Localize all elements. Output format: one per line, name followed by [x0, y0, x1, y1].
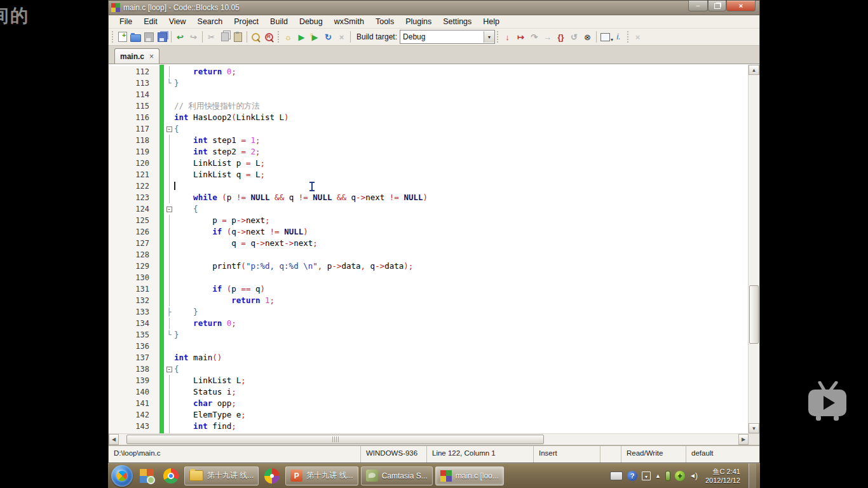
code-line-118[interactable]: 118 int step1 = 1;	[109, 135, 748, 146]
menu-wxsmith[interactable]: wxSmith	[329, 16, 370, 27]
abort-build-icon[interactable]: ×	[336, 31, 348, 43]
redo-icon[interactable]: ↪	[187, 31, 200, 43]
codeblocks-task-button[interactable]: main.c [loo...	[435, 466, 504, 485]
fold-margin[interactable]	[164, 421, 174, 432]
save-all-files-icon[interactable]	[156, 31, 168, 43]
toolbar-grip[interactable]	[627, 31, 630, 43]
code-line-117[interactable]: 117-{	[109, 123, 748, 135]
fold-margin[interactable]	[164, 215, 174, 226]
code-line-137[interactable]: 137int main()	[109, 352, 748, 363]
next-instruction-icon[interactable]: ↺	[568, 31, 580, 43]
fold-margin[interactable]	[164, 341, 174, 352]
fold-margin[interactable]: └	[164, 329, 174, 341]
code-line-122[interactable]: 122	[109, 180, 748, 192]
scroll-up-icon[interactable]: ▲	[749, 65, 759, 75]
menu-build[interactable]: Build	[264, 16, 294, 27]
fold-margin[interactable]	[164, 272, 174, 283]
code-line-126[interactable]: 126 if (q->next != NULL)	[109, 226, 748, 238]
code-line-144[interactable]: 144 int tmp;	[109, 432, 748, 433]
image-viewer-icon[interactable]	[135, 466, 158, 485]
help-icon[interactable]: ?	[627, 471, 637, 481]
fold-margin[interactable]	[164, 409, 174, 421]
tab-close-icon[interactable]: ×	[149, 53, 154, 60]
fold-margin[interactable]	[164, 89, 174, 100]
code-line-142[interactable]: 142 ElemType e;	[109, 409, 748, 421]
code-line-140[interactable]: 140 Status i;	[109, 386, 748, 398]
compile-icon[interactable]: ☼	[282, 31, 294, 43]
code-line-135[interactable]: 135└}	[109, 329, 748, 341]
camtasia-task-button[interactable]: Camtasia S...	[361, 466, 433, 485]
next-line-icon[interactable]: ↷	[528, 31, 540, 43]
scroll-right-icon[interactable]: ▶	[738, 434, 749, 445]
fold-margin[interactable]	[164, 158, 174, 169]
fold-margin[interactable]: -	[164, 363, 174, 375]
code-line-123[interactable]: 123 while (p != NULL && q != NULL && q->…	[109, 192, 748, 203]
fold-margin[interactable]	[164, 261, 174, 272]
save-file-icon[interactable]	[143, 31, 155, 43]
code-line-124[interactable]: 124- {	[109, 203, 748, 215]
menu-search[interactable]: Search	[192, 16, 229, 27]
horizontal-scroll-thumb[interactable]	[126, 435, 544, 444]
fold-margin[interactable]: -	[164, 203, 174, 215]
code-line-115[interactable]: 115// 利用快慢指针的方法	[109, 100, 748, 112]
vertical-scroll-thumb[interactable]	[749, 285, 759, 344]
code-line-138[interactable]: 138-{	[109, 363, 748, 375]
replace-icon[interactable]	[263, 31, 275, 43]
code-line-136[interactable]: 136	[109, 341, 748, 352]
code-line-139[interactable]: 139 LinkList L;	[109, 375, 748, 386]
code-line-134[interactable]: 134 return 0;	[109, 318, 748, 329]
fold-margin[interactable]	[164, 249, 174, 261]
code-line-130[interactable]: 130	[109, 272, 748, 283]
window-pop-icon[interactable]: ▾	[642, 471, 651, 480]
fold-margin[interactable]	[164, 226, 174, 238]
code-line-119[interactable]: 119 int step2 = 2;	[109, 146, 748, 158]
code-line-113[interactable]: 113└}	[109, 78, 748, 89]
vertical-scroll-track[interactable]	[749, 75, 759, 423]
menu-file[interactable]: File	[114, 16, 138, 27]
menu-debug[interactable]: Debug	[294, 16, 329, 27]
close-button[interactable]: ×	[726, 1, 756, 11]
fold-margin[interactable]	[164, 135, 174, 146]
chrome-icon[interactable]	[159, 466, 182, 485]
code-line-133[interactable]: 133├ }	[109, 306, 748, 318]
debugging-windows-icon[interactable]	[599, 31, 611, 43]
toolbar-grip[interactable]	[111, 31, 114, 43]
scroll-left-icon[interactable]: ◀	[109, 434, 119, 445]
code-line-114[interactable]: 114	[109, 89, 748, 100]
minimize-button[interactable]: −	[688, 1, 708, 11]
open-file-icon[interactable]	[130, 31, 142, 43]
code-line-129[interactable]: 129 printf("p:%d, q:%d \n", p->data, q->…	[109, 261, 748, 272]
rebuild-icon[interactable]: ↻	[322, 31, 334, 43]
code-line-120[interactable]: 120 LinkList p = L;	[109, 158, 748, 169]
show-desktop-button[interactable]	[749, 463, 756, 488]
fold-margin[interactable]	[164, 295, 174, 306]
build-target-select[interactable]: Debug ▼	[400, 30, 495, 44]
code-line-116[interactable]: 116int HasLoop2(LinkList L)	[109, 112, 748, 123]
code-line-128[interactable]: 128	[109, 249, 748, 261]
code-editor[interactable]: 112 return 0;113└}114115// 利用快慢指针的方法116i…	[109, 65, 748, 433]
fold-margin[interactable]	[164, 66, 174, 78]
stop-debugger-icon[interactable]: ⊗	[581, 31, 593, 43]
code-line-132[interactable]: 132 return 1;	[109, 295, 748, 306]
find-icon[interactable]	[250, 31, 262, 43]
fold-margin[interactable]: -	[164, 123, 174, 135]
run-to-cursor-icon[interactable]: ↦	[515, 31, 527, 43]
chevron-down-icon[interactable]: ▼	[484, 31, 494, 43]
folder-task-button[interactable]: 第十九讲 线...	[184, 466, 259, 485]
pinwheel-icon[interactable]	[261, 466, 283, 485]
code-line-131[interactable]: 131 if (p == q)	[109, 283, 748, 295]
menu-tools[interactable]: Tools	[370, 16, 400, 27]
run-icon[interactable]: ▶	[295, 31, 308, 43]
menu-plugins[interactable]: Plugins	[400, 16, 437, 27]
pin-icon[interactable]	[665, 471, 670, 481]
code-line-125[interactable]: 125 p = p->next;	[109, 215, 748, 226]
fold-margin[interactable]	[164, 283, 174, 295]
menu-edit[interactable]: Edit	[138, 16, 163, 27]
code-line-127[interactable]: 127 q = q->next->next;	[109, 238, 748, 249]
fold-margin[interactable]	[164, 192, 174, 203]
safety-icon[interactable]: +	[675, 471, 685, 481]
horizontal-scrollbar[interactable]: ◀ ▶	[109, 434, 749, 445]
hidden-icons-icon[interactable]: ▲	[655, 473, 661, 479]
toolbar-grip[interactable]	[277, 31, 280, 43]
menu-project[interactable]: Project	[228, 16, 264, 27]
